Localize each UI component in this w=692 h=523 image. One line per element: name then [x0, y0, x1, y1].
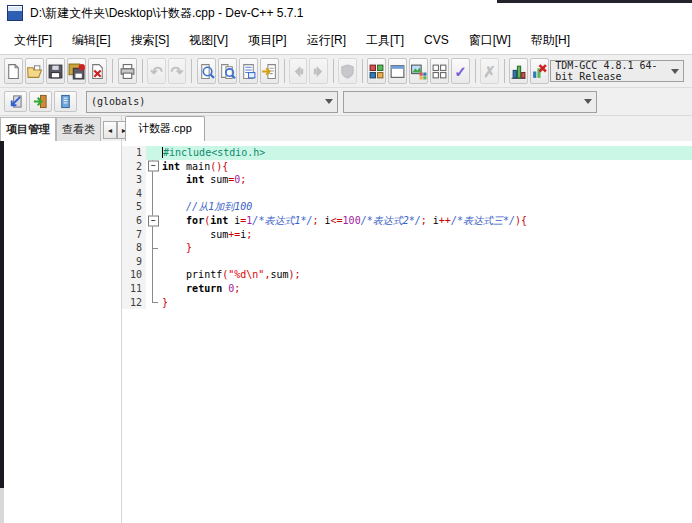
- titlebar: D:\新建文件夹\Desktop\计数器.cpp - Dev-C++ 5.7.1: [0, 0, 692, 26]
- code-line[interactable]: 2int main(){: [122, 160, 692, 174]
- main-toolbar: ↶ ↷: [0, 54, 692, 87]
- token-str: "%d\n": [228, 269, 264, 280]
- close-file-button[interactable]: [88, 58, 107, 84]
- menu-help[interactable]: 帮助[H]: [521, 28, 580, 53]
- run-button[interactable]: [388, 58, 407, 84]
- main-content: 1#include<stdio.h>2int main(){3 int sum=…: [0, 141, 692, 523]
- redo-button[interactable]: ↷: [168, 58, 186, 84]
- rebuild-all-icon: [431, 63, 448, 80]
- menu-file[interactable]: 文件[F]: [4, 28, 62, 53]
- toolbar-separator: [333, 59, 334, 83]
- line-number: 10: [122, 268, 146, 282]
- replace-button[interactable]: [239, 58, 258, 84]
- compiler-select[interactable]: TDM-GCC 4.8.1 64-bit Release: [550, 60, 684, 82]
- code-line[interactable]: 12}: [122, 296, 692, 310]
- line-number: 7: [122, 228, 146, 242]
- code-line[interactable]: 4: [122, 187, 692, 201]
- menu-view[interactable]: 视图[V]: [179, 28, 238, 53]
- profile-analysis-button[interactable]: [509, 58, 528, 84]
- line-number: 5: [122, 200, 146, 214]
- save-button[interactable]: [46, 58, 65, 84]
- shield-icon: [340, 64, 355, 79]
- new-file-button[interactable]: [4, 58, 23, 84]
- rebuild-all-button[interactable]: [430, 58, 449, 84]
- printer-icon: [119, 63, 136, 80]
- toolbar-separator: [191, 59, 192, 83]
- compile-button[interactable]: [367, 58, 386, 84]
- code-line[interactable]: 5 //从1加到100: [122, 200, 692, 214]
- back-button[interactable]: [289, 58, 307, 84]
- code-editor[interactable]: 1#include<stdio.h>2int main(){3 int sum=…: [122, 141, 692, 523]
- token-kw: int: [186, 174, 204, 185]
- token-sym: <=: [331, 215, 343, 226]
- find-icon: [198, 63, 215, 80]
- project-manager-panel[interactable]: [0, 141, 122, 523]
- menu-cvs[interactable]: CVS: [414, 29, 459, 51]
- token-sym: (){: [210, 161, 228, 172]
- class-browser-button[interactable]: [54, 91, 77, 112]
- tab-document[interactable]: 计数器.cpp: [125, 116, 205, 141]
- members-select[interactable]: [343, 91, 597, 113]
- code-line[interactable]: 9: [122, 255, 692, 269]
- line-number: 3: [122, 173, 146, 187]
- forward-button[interactable]: [309, 58, 327, 84]
- code-line[interactable]: 6 for(int i=1/*表达式1*/; i<=100/*表达式2*/; i…: [122, 214, 692, 228]
- menu-edit[interactable]: 编辑[E]: [62, 28, 121, 53]
- code-line[interactable]: 8 }: [122, 241, 692, 255]
- code-line[interactable]: 3 int sum=0;: [122, 173, 692, 187]
- save-all-button[interactable]: [67, 58, 86, 84]
- save-floppy-icon: [47, 63, 64, 80]
- goto-line-button[interactable]: [260, 58, 279, 84]
- token-pl: main: [180, 161, 210, 172]
- chevron-down-icon: [671, 69, 679, 74]
- fold-marker-icon[interactable]: [146, 160, 159, 174]
- fold-gutter: [146, 282, 159, 296]
- tab-project-manager[interactable]: 项目管理: [0, 117, 56, 141]
- token-sym: +=: [228, 229, 240, 240]
- menu-search[interactable]: 搜索[S]: [121, 28, 180, 53]
- fold-gutter: [146, 296, 159, 310]
- desktop-background-strip: [0, 141, 4, 488]
- token-pl: [162, 174, 186, 185]
- code-line[interactable]: 10 printf("%d\n",sum);: [122, 268, 692, 282]
- compile-and-run-button[interactable]: [409, 58, 428, 84]
- goto-declaration-button[interactable]: [4, 91, 27, 112]
- menu-tools[interactable]: 工具[T]: [356, 28, 414, 53]
- line-number: 8: [122, 241, 146, 255]
- token-sym: }: [162, 297, 168, 308]
- line-number: 4: [122, 187, 146, 201]
- code-lines: 1#include<stdio.h>2int main(){3 int sum=…: [122, 146, 692, 309]
- toolbar-separator: [142, 59, 143, 83]
- print-button[interactable]: [118, 58, 137, 84]
- run-icon: [389, 63, 406, 80]
- find-in-files-button[interactable]: [218, 58, 237, 84]
- menu-window[interactable]: 窗口[W]: [459, 28, 521, 53]
- menu-run[interactable]: 运行[R]: [297, 28, 356, 53]
- tab-class-view[interactable]: 查看类: [56, 117, 101, 141]
- devcpp-window: D:\新建文件夹\Desktop\计数器.cpp - Dev-C++ 5.7.1…: [0, 0, 692, 523]
- code-line[interactable]: 11 return 0;: [122, 282, 692, 296]
- open-button[interactable]: [25, 58, 44, 84]
- undo-button[interactable]: ↶: [147, 58, 165, 84]
- delete-profiling-button[interactable]: [530, 58, 549, 84]
- globals-select[interactable]: (globals): [86, 91, 338, 113]
- code-line[interactable]: 1#include<stdio.h>: [122, 146, 692, 160]
- token-pre: #include<stdio.h>: [163, 147, 265, 158]
- code-line[interactable]: 7 sum+=i;: [122, 228, 692, 242]
- find-button[interactable]: [197, 58, 216, 84]
- abort-compilation-button[interactable]: ✗: [480, 58, 498, 84]
- line-number: 11: [122, 282, 146, 296]
- forward-icon: [311, 64, 326, 79]
- code-text: sum+=i;: [159, 228, 692, 242]
- syntax-check-button[interactable]: ✓: [451, 58, 469, 84]
- shield-button[interactable]: [338, 58, 356, 84]
- goto-implementation-button[interactable]: [29, 91, 52, 112]
- token-pl: sum: [204, 174, 228, 185]
- menu-project[interactable]: 项目[P]: [238, 28, 297, 53]
- tab-scroll-left-icon[interactable]: ◄: [103, 121, 117, 139]
- fold-marker-icon[interactable]: [146, 214, 159, 228]
- fold-gutter: [146, 173, 159, 187]
- token-pl: [162, 215, 186, 226]
- fold-gutter: [146, 228, 159, 242]
- background-window-edge: [497, 0, 692, 3]
